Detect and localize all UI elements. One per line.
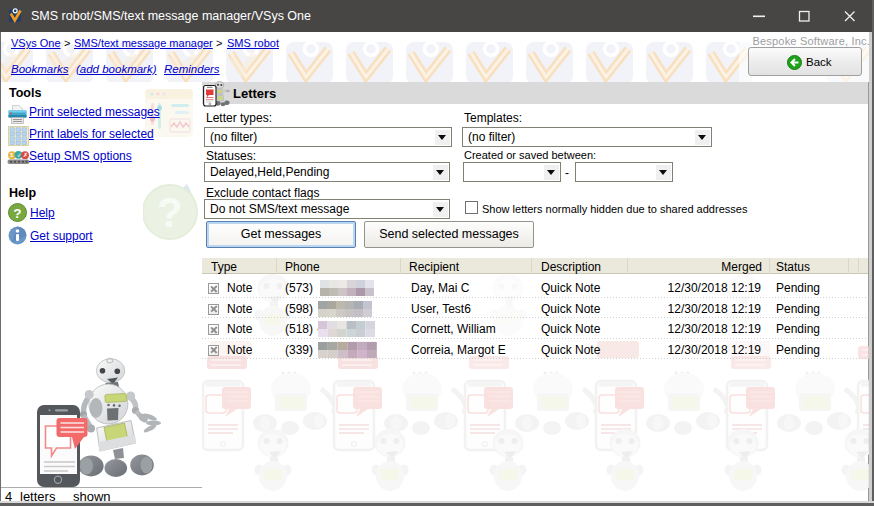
svg-text:✓: ✓ (17, 152, 22, 158)
svg-text:?: ? (13, 206, 21, 221)
svg-text:?: ? (157, 189, 183, 236)
svg-text:✗: ✗ (23, 152, 28, 158)
